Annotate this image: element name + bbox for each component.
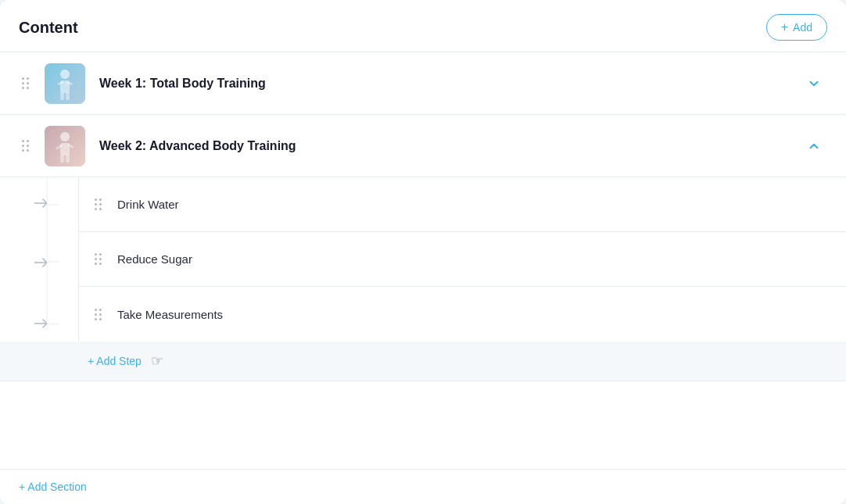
cursor-indicator: ☞ bbox=[151, 352, 163, 370]
section-label-week1: Week 1: Total Body Training bbox=[99, 77, 801, 91]
step-row-drink-water: Drink Water bbox=[79, 177, 846, 232]
svg-rect-5 bbox=[60, 92, 64, 100]
add-step-button[interactable]: + Add Step bbox=[88, 355, 142, 367]
section-label-week2: Week 2: Advanced Body Training bbox=[99, 139, 801, 153]
add-step-label: + Add Step bbox=[88, 355, 142, 367]
chevron-down-icon bbox=[807, 77, 821, 91]
app-container: Content + Add bbox=[0, 0, 846, 504]
step-drag-take-measurements[interactable] bbox=[91, 306, 105, 323]
svg-rect-12 bbox=[60, 155, 64, 163]
content-area: Week 1: Total Body Training bbox=[0, 52, 846, 469]
add-section-button[interactable]: + Add Section bbox=[19, 481, 87, 493]
content-header: Content + Add bbox=[0, 0, 846, 52]
subsection-container-week2: Drink Water Reduce Sugar bbox=[0, 177, 846, 381]
section-week2: Week 2: Advanced Body Training bbox=[0, 115, 846, 381]
subsection-indent: Drink Water Reduce Sugar bbox=[0, 177, 846, 341]
step-label-reduce-sugar: Reduce Sugar bbox=[117, 252, 192, 266]
step-row-take-measurements: Take Measurements bbox=[79, 287, 846, 341]
svg-point-1 bbox=[60, 70, 70, 79]
chevron-up-icon bbox=[807, 139, 821, 153]
add-icon: + bbox=[781, 20, 788, 34]
section-thumb-week2 bbox=[45, 126, 85, 166]
drag-handle-week2[interactable] bbox=[19, 137, 32, 155]
step-row-reduce-sugar: Reduce Sugar bbox=[79, 232, 846, 287]
left-gutter bbox=[0, 177, 78, 341]
step-drag-drink-water[interactable] bbox=[91, 195, 105, 213]
svg-point-8 bbox=[60, 132, 70, 141]
section-thumb-week1 bbox=[45, 63, 85, 104]
step-drag-reduce-sugar[interactable] bbox=[91, 250, 105, 268]
thumb-image-week1 bbox=[45, 63, 85, 104]
section-row-week2: Week 2: Advanced Body Training bbox=[0, 115, 846, 177]
svg-rect-13 bbox=[66, 155, 70, 163]
indent-connector-line bbox=[0, 177, 78, 345]
expand-week1-button[interactable] bbox=[801, 70, 827, 97]
footer: + Add Section bbox=[0, 469, 846, 504]
add-section-label: + Add Section bbox=[19, 481, 87, 493]
step-label-drink-water: Drink Water bbox=[117, 198, 179, 211]
add-button-label: Add bbox=[793, 21, 812, 34]
add-button[interactable]: + Add bbox=[766, 14, 827, 41]
section-row-week1: Week 1: Total Body Training bbox=[0, 52, 846, 115]
collapse-week2-button[interactable] bbox=[801, 133, 827, 159]
thumb-image-week2 bbox=[45, 126, 85, 166]
add-step-row: + Add Step ☞ bbox=[0, 341, 846, 381]
step-rows: Drink Water Reduce Sugar bbox=[78, 177, 846, 341]
svg-rect-6 bbox=[66, 92, 70, 100]
page-title: Content bbox=[19, 19, 78, 37]
drag-handle-week1[interactable] bbox=[19, 74, 32, 92]
step-label-take-measurements: Take Measurements bbox=[117, 308, 223, 321]
